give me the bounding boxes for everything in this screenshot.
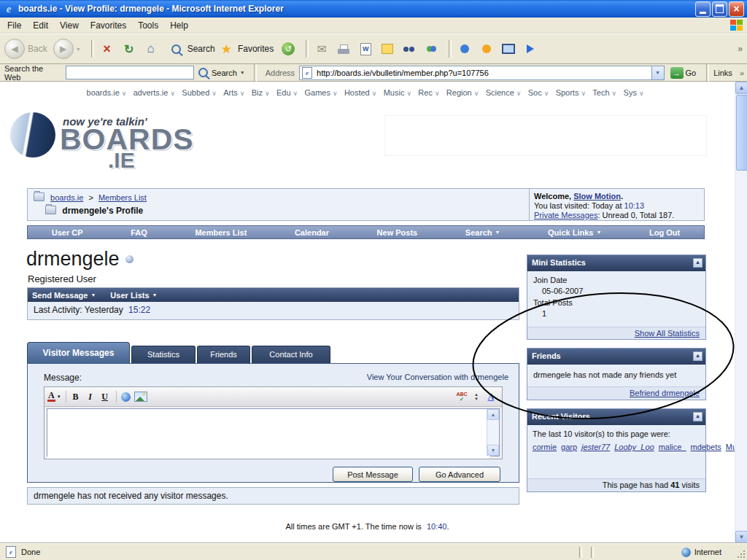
visitor-link[interactable]: Looby_Loo <box>614 443 654 451</box>
nav-quick-links[interactable]: Quick Links▼ <box>548 228 601 237</box>
toolbar-overflow-chevron[interactable]: » <box>738 44 743 54</box>
stop-button[interactable]: × <box>98 40 116 58</box>
underline-button[interactable]: U <box>98 389 112 404</box>
page-scroll-down-button[interactable]: ▼ <box>735 531 747 543</box>
nav-calendar[interactable]: Calendar <box>295 228 329 237</box>
breadcrumb-root-link[interactable]: boards.ie <box>50 193 83 202</box>
bold-button[interactable]: B <box>69 389 82 404</box>
screen-button[interactable] <box>500 40 517 58</box>
view-conversation-link[interactable]: View Your Conversation with drmengele <box>367 373 508 381</box>
topnav-link[interactable]: Soc <box>528 88 542 97</box>
topnav-link[interactable]: Rec <box>418 88 433 97</box>
spellcheck-button[interactable]: ABC✓ <box>455 389 468 404</box>
send-message-menu[interactable]: Send Message▼ <box>32 291 96 300</box>
topnav-link[interactable]: Edu <box>276 88 291 97</box>
textarea-scrollbar[interactable]: ▲ ▼ <box>487 409 499 456</box>
menu-file[interactable]: File <box>1 18 27 33</box>
topnav-link[interactable]: Biz <box>252 88 263 97</box>
go-button[interactable]: → Go <box>670 67 697 79</box>
page-scroll-thumb[interactable] <box>736 95 747 171</box>
history-button[interactable]: ↺ <box>279 40 297 58</box>
messenger-button[interactable] <box>422 40 440 58</box>
topnav-link[interactable]: boards.ie <box>87 88 120 97</box>
resize-grip[interactable] <box>737 550 746 559</box>
maximize-button[interactable] <box>712 1 727 17</box>
search-button[interactable]: Search <box>171 44 215 54</box>
visitor-link[interactable]: jester77 <box>581 443 610 451</box>
topnav-link[interactable]: adverts.ie <box>133 88 169 97</box>
web-search-button[interactable]: Search ▼ <box>194 66 249 80</box>
collapse-button[interactable]: ▴ <box>693 351 703 361</box>
topnav-link[interactable]: Sys <box>624 88 637 97</box>
flag-button[interactable] <box>522 40 539 58</box>
visitor-link[interactable]: mdebets <box>691 443 721 451</box>
font-color-button[interactable]: A▼ <box>47 389 61 404</box>
back-button[interactable]: ◀ Back <box>4 39 47 59</box>
nav-user-cp[interactable]: User CP <box>52 228 83 237</box>
favorites-button[interactable]: ★ Favorites <box>221 42 274 57</box>
page-scrollbar[interactable]: ▲ ▼ <box>735 82 747 543</box>
tab-visitor-messages[interactable]: Visitor Messages <box>27 342 130 363</box>
welcome-user-link[interactable]: Slow Motion <box>573 192 621 201</box>
discuss-button[interactable] <box>379 40 396 58</box>
topnav-link[interactable]: Hosted <box>344 88 370 97</box>
visitor-link[interactable]: cormie <box>533 443 557 451</box>
forward-button[interactable]: ▶ ▼ <box>53 39 81 59</box>
nav-members-list[interactable]: Members List <box>195 228 247 237</box>
links-chevron[interactable]: » <box>740 69 744 77</box>
go-advanced-button[interactable]: Go Advanced <box>419 467 500 482</box>
tab-contact-info[interactable]: Contact Info <box>252 346 330 363</box>
tab-statistics[interactable]: Statistics <box>131 346 196 363</box>
print-button[interactable] <box>335 40 352 58</box>
insert-image-button[interactable] <box>134 389 147 404</box>
links-label[interactable]: Links <box>713 69 732 77</box>
befriend-link[interactable]: Befriend drmengele <box>630 389 700 397</box>
insert-link-button[interactable] <box>120 389 133 404</box>
visitor-link[interactable]: malice_ <box>659 443 686 451</box>
address-dropdown-button[interactable]: ▼ <box>651 66 664 79</box>
textarea-scroll-down-button[interactable]: ▼ <box>487 445 499 456</box>
resize-editor-button[interactable]: ▲▼ <box>470 389 483 404</box>
editor-mode-button[interactable]: A <box>484 389 498 404</box>
collapse-button[interactable]: ▴ <box>693 412 703 421</box>
menu-favorites[interactable]: Favorites <box>85 18 132 33</box>
italic-button[interactable]: I <box>84 389 97 404</box>
edit-button[interactable]: W <box>357 40 374 58</box>
topnav-link[interactable]: Music <box>384 88 405 97</box>
show-all-statistics-link[interactable]: Show All Statistics <box>635 329 700 338</box>
minimize-button[interactable] <box>695 1 711 17</box>
menu-help[interactable]: Help <box>164 18 194 33</box>
textarea-scroll-up-button[interactable]: ▲ <box>487 409 499 420</box>
menu-tools[interactable]: Tools <box>132 18 164 33</box>
boards-logo-icon[interactable] <box>10 112 55 158</box>
web-search-input[interactable] <box>66 66 194 79</box>
collapse-button[interactable]: ▴ <box>693 258 703 268</box>
topnav-link[interactable]: Subbed <box>182 88 209 97</box>
user-lists-menu[interactable]: User Lists▼ <box>110 291 157 300</box>
visitor-link[interactable]: garp <box>561 443 577 451</box>
topnav-link[interactable]: Region <box>446 88 472 97</box>
nav-log-out[interactable]: Log Out <box>649 228 680 237</box>
topnav-link[interactable]: Sports <box>556 88 579 97</box>
nav-new-posts[interactable]: New Posts <box>377 228 418 237</box>
research-button[interactable] <box>400 40 418 58</box>
refresh-button[interactable]: ↻ <box>120 40 138 58</box>
mail-button[interactable]: ✉ <box>313 40 330 58</box>
close-button[interactable]: × <box>729 1 744 17</box>
tab-friends[interactable]: Friends <box>197 346 250 363</box>
msn-button[interactable] <box>456 40 473 58</box>
message-textarea[interactable] <box>47 409 490 459</box>
nav-search[interactable]: Search▼ <box>465 228 500 237</box>
private-messages-link[interactable]: Private Messages <box>534 211 597 219</box>
post-message-button[interactable]: Post Message <box>333 467 413 482</box>
menu-view[interactable]: View <box>54 18 85 33</box>
address-input[interactable] <box>314 67 651 79</box>
topnav-link[interactable]: Tech <box>592 88 609 97</box>
home-button[interactable]: ⌂ <box>142 40 160 58</box>
nav-faq[interactable]: FAQ <box>131 228 147 237</box>
topnav-link[interactable]: Arts <box>223 88 238 97</box>
topnav-link[interactable]: Games <box>304 88 330 97</box>
breadcrumb-parent-link[interactable]: Members List <box>98 193 147 202</box>
menu-edit[interactable]: Edit <box>27 18 54 33</box>
smiley-button[interactable] <box>478 40 495 58</box>
